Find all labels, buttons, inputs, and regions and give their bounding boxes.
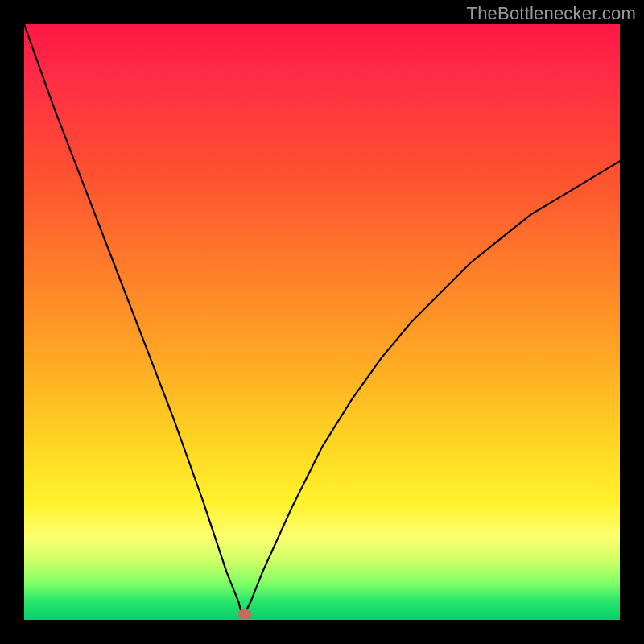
- chart-frame: TheBottlenecker.com: [0, 0, 644, 644]
- attribution-text: TheBottlenecker.com: [467, 3, 636, 24]
- bottleneck-curve: [24, 24, 620, 620]
- optimal-point-marker: [238, 609, 251, 619]
- plot-area: [24, 24, 620, 620]
